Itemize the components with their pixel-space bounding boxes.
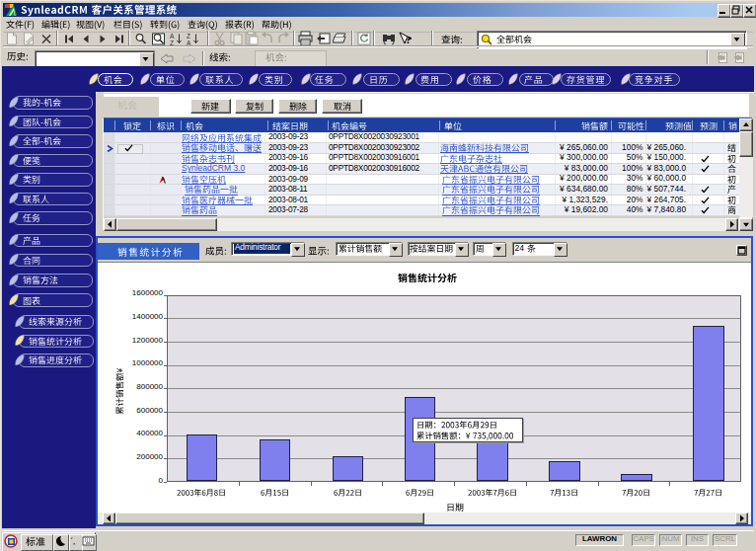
svg-text:?: ?	[406, 34, 412, 45]
svg-text:´,: ´,	[70, 536, 75, 546]
